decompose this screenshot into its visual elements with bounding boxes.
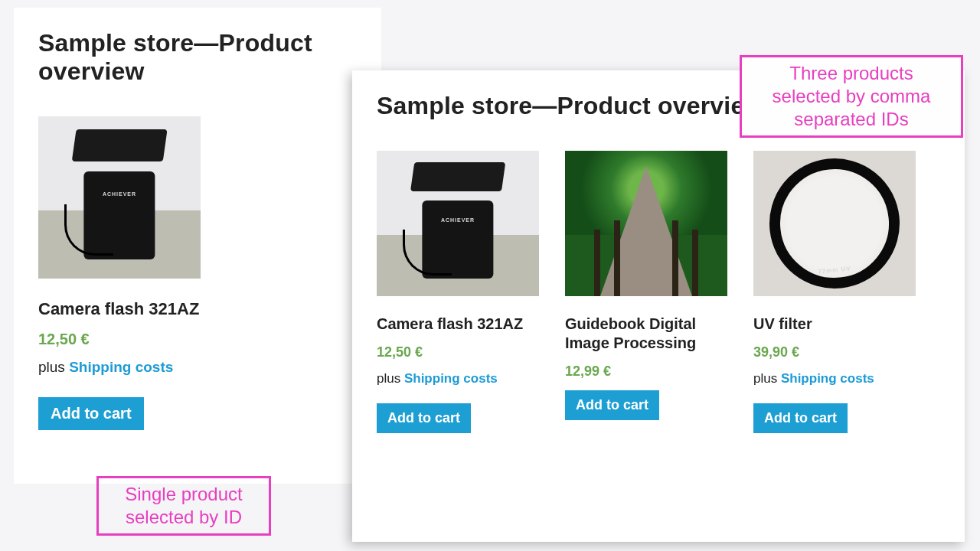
shipping-link[interactable]: Shipping costs: [781, 371, 874, 386]
product-card: 77mm UV UV filter 39,90 € plus Shipping …: [753, 151, 916, 433]
plus-label: plus: [377, 371, 404, 386]
annotation-single: Single product selected by ID: [96, 476, 271, 536]
product-card: ACHIEVER Camera flash 321AZ 12,50 € plus…: [377, 151, 539, 433]
add-to-cart-button[interactable]: Add to cart: [377, 403, 471, 433]
single-product-panel: Sample store—Product overview ACHIEVER C…: [14, 8, 381, 484]
shipping-line: plus Shipping costs: [753, 371, 916, 386]
product-image[interactable]: ACHIEVER: [377, 151, 539, 296]
product-title[interactable]: Camera flash 321AZ: [38, 298, 201, 320]
product-price: 12,50 €: [377, 344, 539, 360]
product-card: Guidebook Digital Image Processing 12,99…: [565, 151, 727, 433]
annotation-multi: Three products selected by comma separat…: [740, 55, 963, 138]
plus-label: plus: [753, 371, 781, 386]
product-title[interactable]: Guidebook Digital Image Processing: [565, 315, 727, 353]
product-card: ACHIEVER Camera flash 321AZ 12,50 € plus…: [38, 116, 201, 430]
product-grid: ACHIEVER Camera flash 321AZ 12,50 € plus…: [377, 151, 940, 433]
shipping-line: plus Shipping costs: [38, 359, 201, 376]
shipping-link[interactable]: Shipping costs: [69, 359, 173, 375]
product-image[interactable]: [565, 151, 727, 296]
product-price: 12,99 €: [565, 364, 727, 380]
add-to-cart-button[interactable]: Add to cart: [753, 403, 848, 433]
shipping-link[interactable]: Shipping costs: [404, 371, 498, 386]
shipping-line: plus Shipping costs: [377, 371, 539, 386]
product-title[interactable]: Camera flash 321AZ: [377, 315, 539, 334]
product-grid: ACHIEVER Camera flash 321AZ 12,50 € plus…: [38, 116, 357, 430]
product-image[interactable]: 77mm UV: [753, 151, 916, 296]
page-title: Sample store—Product overview: [38, 29, 357, 86]
product-title[interactable]: UV filter: [753, 315, 916, 334]
add-to-cart-button[interactable]: Add to cart: [565, 390, 659, 420]
product-price: 39,90 €: [753, 344, 916, 360]
plus-label: plus: [38, 359, 69, 375]
multi-product-panel: Sample store—Product overview ACHIEVER C…: [352, 70, 965, 542]
product-image[interactable]: ACHIEVER: [38, 116, 201, 279]
add-to-cart-button[interactable]: Add to cart: [38, 397, 144, 430]
product-price: 12,50 €: [38, 331, 201, 348]
